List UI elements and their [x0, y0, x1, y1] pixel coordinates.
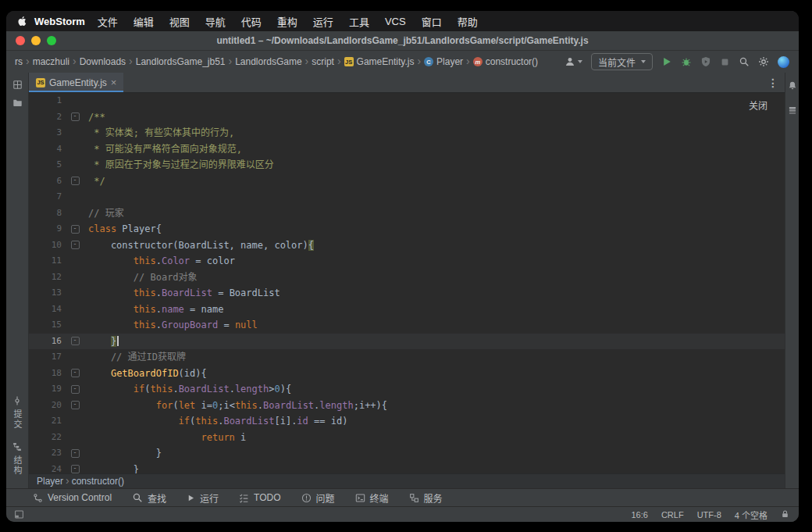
more-options-icon[interactable]: ⋮ — [761, 73, 785, 92]
run-icon — [661, 56, 672, 67]
code-text: this.GroupBoard = null — [82, 317, 258, 334]
breadcrumb-item[interactable]: LandlordsGame_jb51 — [135, 55, 226, 68]
line-number[interactable]: 14 — [29, 302, 68, 318]
breadcrumb-item[interactable]: Downloads — [79, 55, 126, 68]
line-number[interactable]: 19 — [29, 381, 68, 398]
menu-item[interactable]: 导航 — [198, 14, 233, 29]
breadcrumb-item[interactable]: mconstructor() — [472, 55, 539, 68]
chevron-down-icon — [578, 60, 582, 63]
fold-marker-icon[interactable]: - — [71, 449, 80, 458]
breadcrumb-item[interactable]: Player — [37, 476, 63, 487]
panel-icon[interactable] — [14, 509, 24, 520]
menu-item[interactable]: VCS — [377, 16, 414, 27]
menu-item[interactable]: 运行 — [305, 14, 341, 29]
line-number[interactable]: 5 — [29, 157, 68, 173]
tool-window-button[interactable]: 查找 — [132, 491, 166, 505]
fold-marker-icon[interactable]: - — [71, 112, 80, 121]
coverage-button[interactable] — [700, 56, 711, 67]
fold-marker-icon[interactable]: - — [71, 369, 80, 377]
user-avatar[interactable] — [778, 56, 789, 68]
breadcrumb-item[interactable]: CPlayer — [423, 55, 464, 68]
line-number[interactable]: 6 — [29, 173, 68, 190]
line-number[interactable]: 20 — [29, 398, 68, 414]
breadcrumb-item[interactable]: JSGameEntity.js — [344, 55, 415, 68]
tool-window-button[interactable]: 终端 — [355, 491, 389, 505]
line-number[interactable]: 2 — [29, 109, 68, 126]
menu-item[interactable]: 帮助 — [450, 14, 486, 29]
fold-marker-icon[interactable]: - — [71, 337, 80, 345]
tool-stripe-button[interactable] — [788, 102, 797, 119]
breadcrumb-item[interactable]: rs — [14, 55, 23, 68]
tool-stripe-button[interactable] — [12, 94, 23, 112]
line-number[interactable]: 18 — [29, 366, 68, 382]
line-number[interactable]: 3 — [29, 125, 68, 141]
tool-stripe-button[interactable] — [12, 76, 23, 94]
line-separator[interactable]: CRLF — [661, 510, 684, 520]
fold-marker-icon[interactable]: - — [71, 465, 80, 473]
line-number[interactable]: 22 — [29, 430, 68, 446]
breadcrumb-item[interactable]: constructor() — [72, 476, 124, 487]
gutter-fold-column: - — [68, 462, 82, 474]
tool-window-button[interactable]: 服务 — [409, 491, 443, 505]
line-number[interactable]: 23 — [29, 445, 68, 462]
line-number[interactable]: 7 — [29, 189, 68, 205]
code-editor[interactable]: 12-/**3 * 实体类; 有些实体其中的行为,4 * 可能没有严格符合面向对… — [29, 93, 785, 473]
profile-menu-button[interactable] — [564, 56, 582, 67]
file-encoding[interactable]: UTF-8 — [697, 510, 721, 520]
line-number[interactable]: 12 — [29, 270, 68, 286]
fold-marker-icon[interactable]: - — [71, 177, 80, 185]
line-number[interactable]: 17 — [29, 349, 68, 366]
breadcrumb-item[interactable]: LandlordsGame — [234, 55, 302, 68]
stop-button[interactable] — [720, 57, 730, 67]
tool-window-button[interactable]: TODO — [239, 492, 280, 503]
chevron-right-icon: › — [23, 58, 32, 66]
line-number[interactable]: 4 — [29, 141, 68, 158]
line-number[interactable]: 11 — [29, 253, 68, 270]
menu-item[interactable]: 文件 — [90, 14, 126, 29]
tool-stripe-button[interactable]: 结构 — [11, 442, 23, 476]
menu-item[interactable]: 窗口 — [414, 14, 450, 29]
search-everywhere-button[interactable] — [739, 56, 750, 67]
zoom-window-button[interactable] — [47, 36, 56, 45]
tool-stripe-button[interactable] — [788, 77, 797, 95]
tab-label: GameEntity.js — [49, 77, 107, 88]
line-number[interactable]: 1 — [29, 93, 68, 109]
close-window-button[interactable] — [16, 36, 25, 45]
line-number[interactable]: 10 — [29, 237, 68, 254]
line-number[interactable]: 13 — [29, 285, 68, 302]
tool-window-button[interactable]: 运行 — [187, 491, 219, 505]
debug-button[interactable] — [681, 56, 692, 67]
fold-marker-icon[interactable]: - — [71, 401, 80, 409]
tool-window-button[interactable]: 问题 — [301, 491, 335, 505]
menu-item[interactable]: 编辑 — [126, 14, 162, 29]
close-link[interactable]: 关闭 — [749, 98, 767, 112]
line-number[interactable]: 8 — [29, 205, 68, 222]
line-number[interactable]: 21 — [29, 413, 68, 430]
tool-stripe-button[interactable]: 提交 — [11, 396, 23, 430]
tab-close-button[interactable]: × — [111, 77, 117, 87]
breadcrumb-item[interactable]: maczhuli — [32, 55, 70, 68]
indent-style[interactable]: 4 个空格 — [735, 509, 767, 521]
app-menu-webstorm[interactable]: WebStorm — [34, 16, 85, 27]
menu-item[interactable]: 工具 — [341, 14, 377, 29]
settings-button[interactable] — [758, 56, 769, 67]
readonly-lock-button[interactable] — [781, 509, 789, 520]
line-number[interactable]: 9 — [29, 221, 68, 237]
apple-icon[interactable] — [17, 16, 27, 27]
run-button[interactable] — [661, 56, 672, 67]
editor-tab[interactable]: JSGameEntity.js× — [29, 73, 123, 92]
line-number[interactable]: 24 — [29, 462, 68, 474]
menu-item[interactable]: 代码 — [233, 14, 269, 29]
menu-item[interactable]: 重构 — [269, 14, 305, 29]
caret-position[interactable]: 16:6 — [631, 510, 647, 520]
tool-window-button[interactable]: Version Control — [33, 492, 112, 503]
breadcrumb-item[interactable]: script — [311, 55, 335, 68]
fold-marker-icon[interactable]: - — [71, 385, 80, 394]
fold-marker-icon[interactable]: - — [71, 241, 80, 249]
line-number[interactable]: 15 — [29, 317, 68, 334]
line-number[interactable]: 16 — [29, 334, 68, 350]
menu-item[interactable]: 视图 — [162, 14, 198, 29]
minimize-window-button[interactable] — [31, 36, 41, 45]
run-configuration-select[interactable]: 当前文件 — [591, 53, 653, 70]
fold-marker-icon[interactable]: - — [71, 225, 80, 234]
